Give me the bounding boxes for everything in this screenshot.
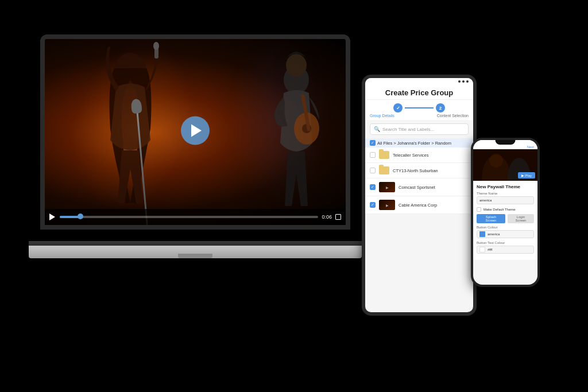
file-name-3: Comcast Sportsnet: [399, 185, 469, 190]
svg-point-4: [286, 54, 307, 77]
status-dot-1: [458, 80, 461, 83]
phone-body: Next ▶ Play New Paywall Theme Theme Name: [471, 138, 540, 287]
fullscreen-icon[interactable]: [335, 214, 341, 220]
file-name-2: CTY13-North Suburban: [393, 168, 469, 173]
file-checkbox-3[interactable]: ✓: [370, 184, 376, 190]
file-item-1[interactable]: Telecaller Services: [365, 148, 473, 163]
laptop-notch: [178, 254, 212, 258]
button-colour-group: Button Colour america: [477, 226, 534, 238]
theme-name-label: Theme Name: [477, 192, 534, 195]
button-text-colour-label: Button Text Colour: [477, 241, 534, 244]
progress-bar[interactable]: [60, 216, 318, 218]
svg-point-11: [489, 154, 503, 168]
phone-screen: Next ▶ Play New Paywall Theme Theme Name: [473, 140, 537, 285]
step-labels: Group Details Content Selection: [365, 114, 473, 120]
tablet-title: Create Price Group: [371, 88, 467, 97]
video-play-icon[interactable]: [49, 214, 56, 220]
step-1-label: Group Details: [370, 114, 394, 118]
video-player: 0:06: [45, 39, 346, 225]
search-placeholder: Search Title and Labels...: [382, 127, 434, 132]
button-text-colour-input[interactable]: #fff: [477, 246, 534, 254]
guitarist-figure: [262, 48, 331, 209]
default-theme-checkbox[interactable]: [477, 207, 481, 212]
file-name-4: Cable America Corp: [399, 203, 469, 208]
phone-form: New Paywall Theme Theme Name america Mak…: [473, 181, 537, 260]
tablet-header: Create Price Group: [365, 85, 473, 100]
step-2-label: Content Selection: [437, 114, 469, 118]
step-1-check: ✓: [396, 106, 400, 111]
file-item-4[interactable]: ✓ Cable America Corp: [365, 196, 473, 214]
file-checkbox-2[interactable]: [370, 168, 376, 173]
theme-name-input[interactable]: america: [477, 196, 534, 204]
default-theme-row[interactable]: Make Default Theme: [477, 207, 534, 212]
progress-dot: [78, 214, 83, 219]
play-icon: [191, 125, 202, 137]
singer-figure: [90, 39, 171, 209]
breadcrumb-text: All Files > Johanna's Folder > Random: [377, 141, 451, 146]
button-text-colour-group: Button Text Colour #fff: [477, 241, 534, 254]
default-theme-label: Make Default Theme: [483, 208, 516, 211]
folder-icon-1: [379, 151, 389, 159]
step-2-circle: 2: [436, 103, 445, 112]
file-checkbox-1[interactable]: [370, 152, 376, 158]
laptop-screen: 0:06: [40, 34, 350, 230]
phone-section-title: New Paywall Theme: [477, 184, 534, 189]
button-text-value: #fff: [488, 248, 492, 251]
screen-toggle-row: Splash Screen Login Screen: [477, 214, 534, 223]
phone-play-button[interactable]: ▶ Play: [518, 172, 535, 178]
file-item-3[interactable]: ✓ Comcast Sportsnet: [365, 178, 473, 196]
button-colour-swatch: [479, 231, 485, 237]
search-icon: 🔍: [374, 126, 380, 132]
breadcrumb-check-icon: ✓: [371, 141, 374, 145]
play-button[interactable]: [181, 117, 210, 145]
tablet-screen: Create Price Group ✓ 2 Group Details Con…: [365, 78, 473, 312]
status-dot-3: [466, 80, 469, 83]
file-item-2[interactable]: CTY13-North Suburban: [365, 163, 473, 178]
check-icon-3: ✓: [370, 185, 375, 189]
button-text-swatch: [479, 247, 485, 253]
tablet-status-bar: [365, 78, 473, 85]
breadcrumb-checkbox[interactable]: ✓: [370, 140, 376, 146]
search-bar[interactable]: 🔍 Search Title and Labels...: [370, 123, 469, 135]
folder-icon-2: [379, 166, 389, 174]
step-2-number: 2: [439, 106, 442, 111]
theme-name-value: america: [479, 199, 492, 202]
file-checkbox-4[interactable]: ✓: [370, 202, 376, 208]
theme-name-group: Theme Name america: [477, 192, 534, 204]
splash-screen-btn[interactable]: Splash Screen: [477, 214, 505, 223]
breadcrumb-row: ✓ All Files > Johanna's Folder > Random: [365, 138, 473, 148]
button-colour-input[interactable]: america: [477, 230, 534, 238]
phone-video-preview: ▶ Play: [473, 149, 537, 181]
phone-next-button[interactable]: Next: [527, 145, 534, 149]
button-colour-label: Button Colour: [477, 226, 534, 229]
laptop: 0:06: [29, 34, 362, 275]
video-controls: 0:06: [45, 209, 346, 225]
file-name-1: Telecaller Services: [393, 153, 469, 158]
tablet: Create Price Group ✓ 2 Group Details Con…: [362, 75, 477, 316]
button-colour-value: america: [488, 232, 500, 236]
phone-notch: [496, 140, 516, 145]
phone: Next ▶ Play New Paywall Theme Theme Name: [471, 138, 540, 287]
step-1-circle: ✓: [393, 103, 403, 112]
tablet-body: Create Price Group ✓ 2 Group Details Con…: [362, 75, 477, 316]
video-thumb-3: [379, 182, 395, 192]
check-icon-4: ✓: [370, 203, 375, 207]
video-thumb-4: [379, 200, 395, 210]
time-display: 0:06: [322, 214, 332, 220]
login-screen-btn[interactable]: Login Screen: [508, 214, 534, 223]
svg-point-2: [153, 42, 159, 50]
step-line: [405, 107, 434, 108]
status-dot-2: [462, 80, 465, 83]
